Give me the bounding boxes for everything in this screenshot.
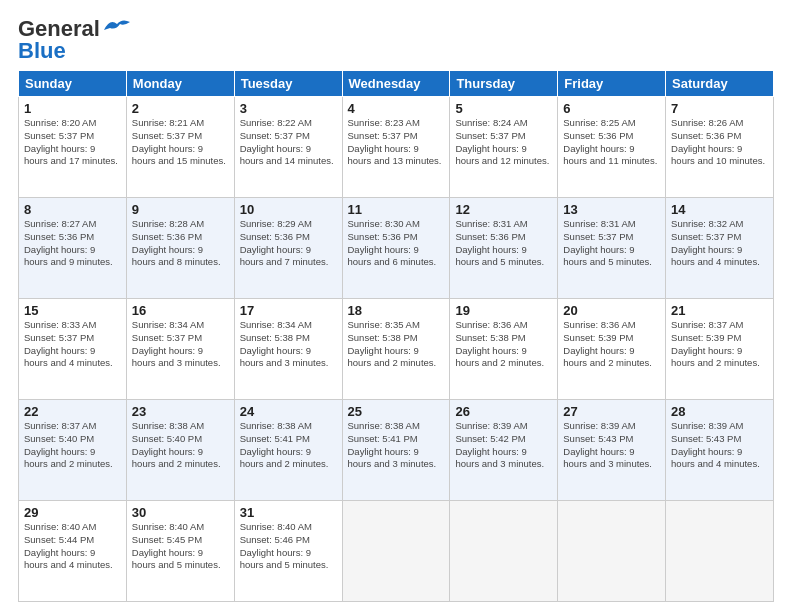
calendar-cell: 22Sunrise: 8:37 AMSunset: 5:40 PMDayligh…	[19, 400, 127, 501]
day-info: Sunrise: 8:31 AMSunset: 5:36 PMDaylight …	[455, 218, 544, 267]
calendar-cell	[558, 501, 666, 602]
day-number: 20	[563, 303, 660, 318]
day-info: Sunrise: 8:36 AMSunset: 5:39 PMDaylight …	[563, 319, 652, 368]
day-number: 5	[455, 101, 552, 116]
day-info: Sunrise: 8:39 AMSunset: 5:43 PMDaylight …	[671, 420, 760, 469]
day-number: 24	[240, 404, 337, 419]
day-number: 21	[671, 303, 768, 318]
weekday-header-monday: Monday	[126, 71, 234, 97]
calendar-cell: 31Sunrise: 8:40 AMSunset: 5:46 PMDayligh…	[234, 501, 342, 602]
calendar-cell: 8Sunrise: 8:27 AMSunset: 5:36 PMDaylight…	[19, 198, 127, 299]
weekday-header-saturday: Saturday	[666, 71, 774, 97]
calendar-cell: 12Sunrise: 8:31 AMSunset: 5:36 PMDayligh…	[450, 198, 558, 299]
calendar-cell	[342, 501, 450, 602]
weekday-header-tuesday: Tuesday	[234, 71, 342, 97]
day-number: 1	[24, 101, 121, 116]
calendar-cell: 24Sunrise: 8:38 AMSunset: 5:41 PMDayligh…	[234, 400, 342, 501]
day-number: 27	[563, 404, 660, 419]
calendar-cell: 3Sunrise: 8:22 AMSunset: 5:37 PMDaylight…	[234, 97, 342, 198]
weekday-header-row: SundayMondayTuesdayWednesdayThursdayFrid…	[19, 71, 774, 97]
calendar-table: SundayMondayTuesdayWednesdayThursdayFrid…	[18, 70, 774, 602]
day-number: 31	[240, 505, 337, 520]
day-number: 13	[563, 202, 660, 217]
logo: General Blue	[18, 18, 132, 62]
day-number: 11	[348, 202, 445, 217]
calendar-cell: 25Sunrise: 8:38 AMSunset: 5:41 PMDayligh…	[342, 400, 450, 501]
day-info: Sunrise: 8:28 AMSunset: 5:36 PMDaylight …	[132, 218, 221, 267]
page: General Blue SundayMondayTuesdayWednesda…	[0, 0, 792, 612]
calendar-cell: 13Sunrise: 8:31 AMSunset: 5:37 PMDayligh…	[558, 198, 666, 299]
day-number: 30	[132, 505, 229, 520]
calendar-cell: 28Sunrise: 8:39 AMSunset: 5:43 PMDayligh…	[666, 400, 774, 501]
calendar-cell	[450, 501, 558, 602]
day-info: Sunrise: 8:37 AMSunset: 5:40 PMDaylight …	[24, 420, 113, 469]
day-info: Sunrise: 8:29 AMSunset: 5:36 PMDaylight …	[240, 218, 329, 267]
day-number: 16	[132, 303, 229, 318]
day-number: 10	[240, 202, 337, 217]
day-number: 8	[24, 202, 121, 217]
day-number: 9	[132, 202, 229, 217]
day-number: 15	[24, 303, 121, 318]
calendar-cell: 17Sunrise: 8:34 AMSunset: 5:38 PMDayligh…	[234, 299, 342, 400]
day-number: 12	[455, 202, 552, 217]
day-info: Sunrise: 8:27 AMSunset: 5:36 PMDaylight …	[24, 218, 113, 267]
calendar-cell: 7Sunrise: 8:26 AMSunset: 5:36 PMDaylight…	[666, 97, 774, 198]
calendar-cell: 18Sunrise: 8:35 AMSunset: 5:38 PMDayligh…	[342, 299, 450, 400]
day-info: Sunrise: 8:39 AMSunset: 5:42 PMDaylight …	[455, 420, 544, 469]
day-info: Sunrise: 8:34 AMSunset: 5:37 PMDaylight …	[132, 319, 221, 368]
day-number: 4	[348, 101, 445, 116]
day-info: Sunrise: 8:21 AMSunset: 5:37 PMDaylight …	[132, 117, 226, 166]
day-info: Sunrise: 8:34 AMSunset: 5:38 PMDaylight …	[240, 319, 329, 368]
day-number: 18	[348, 303, 445, 318]
day-info: Sunrise: 8:31 AMSunset: 5:37 PMDaylight …	[563, 218, 652, 267]
day-info: Sunrise: 8:35 AMSunset: 5:38 PMDaylight …	[348, 319, 437, 368]
calendar-cell: 5Sunrise: 8:24 AMSunset: 5:37 PMDaylight…	[450, 97, 558, 198]
calendar-cell: 2Sunrise: 8:21 AMSunset: 5:37 PMDaylight…	[126, 97, 234, 198]
day-info: Sunrise: 8:38 AMSunset: 5:41 PMDaylight …	[240, 420, 329, 469]
calendar-cell: 16Sunrise: 8:34 AMSunset: 5:37 PMDayligh…	[126, 299, 234, 400]
day-info: Sunrise: 8:26 AMSunset: 5:36 PMDaylight …	[671, 117, 765, 166]
day-info: Sunrise: 8:40 AMSunset: 5:44 PMDaylight …	[24, 521, 113, 570]
day-number: 19	[455, 303, 552, 318]
day-info: Sunrise: 8:20 AMSunset: 5:37 PMDaylight …	[24, 117, 118, 166]
calendar-cell: 27Sunrise: 8:39 AMSunset: 5:43 PMDayligh…	[558, 400, 666, 501]
calendar-cell: 10Sunrise: 8:29 AMSunset: 5:36 PMDayligh…	[234, 198, 342, 299]
day-info: Sunrise: 8:38 AMSunset: 5:40 PMDaylight …	[132, 420, 221, 469]
day-number: 6	[563, 101, 660, 116]
day-number: 22	[24, 404, 121, 419]
day-number: 2	[132, 101, 229, 116]
week-row-4: 22Sunrise: 8:37 AMSunset: 5:40 PMDayligh…	[19, 400, 774, 501]
day-info: Sunrise: 8:32 AMSunset: 5:37 PMDaylight …	[671, 218, 760, 267]
calendar-cell: 6Sunrise: 8:25 AMSunset: 5:36 PMDaylight…	[558, 97, 666, 198]
day-number: 14	[671, 202, 768, 217]
day-number: 17	[240, 303, 337, 318]
logo-bird-icon	[102, 16, 132, 38]
weekday-header-thursday: Thursday	[450, 71, 558, 97]
week-row-3: 15Sunrise: 8:33 AMSunset: 5:37 PMDayligh…	[19, 299, 774, 400]
day-number: 25	[348, 404, 445, 419]
day-number: 28	[671, 404, 768, 419]
week-row-2: 8Sunrise: 8:27 AMSunset: 5:36 PMDaylight…	[19, 198, 774, 299]
day-number: 23	[132, 404, 229, 419]
weekday-header-wednesday: Wednesday	[342, 71, 450, 97]
day-number: 29	[24, 505, 121, 520]
calendar-cell: 15Sunrise: 8:33 AMSunset: 5:37 PMDayligh…	[19, 299, 127, 400]
day-info: Sunrise: 8:38 AMSunset: 5:41 PMDaylight …	[348, 420, 437, 469]
day-number: 3	[240, 101, 337, 116]
header: General Blue	[18, 18, 774, 62]
day-info: Sunrise: 8:23 AMSunset: 5:37 PMDaylight …	[348, 117, 442, 166]
day-info: Sunrise: 8:22 AMSunset: 5:37 PMDaylight …	[240, 117, 334, 166]
day-info: Sunrise: 8:33 AMSunset: 5:37 PMDaylight …	[24, 319, 113, 368]
calendar-cell: 11Sunrise: 8:30 AMSunset: 5:36 PMDayligh…	[342, 198, 450, 299]
calendar-cell: 30Sunrise: 8:40 AMSunset: 5:45 PMDayligh…	[126, 501, 234, 602]
calendar-cell: 4Sunrise: 8:23 AMSunset: 5:37 PMDaylight…	[342, 97, 450, 198]
calendar-cell: 29Sunrise: 8:40 AMSunset: 5:44 PMDayligh…	[19, 501, 127, 602]
calendar-cell: 1Sunrise: 8:20 AMSunset: 5:37 PMDaylight…	[19, 97, 127, 198]
logo-text: General	[18, 18, 100, 40]
weekday-header-friday: Friday	[558, 71, 666, 97]
weekday-header-sunday: Sunday	[19, 71, 127, 97]
day-info: Sunrise: 8:25 AMSunset: 5:36 PMDaylight …	[563, 117, 657, 166]
calendar-cell: 20Sunrise: 8:36 AMSunset: 5:39 PMDayligh…	[558, 299, 666, 400]
calendar-cell	[666, 501, 774, 602]
week-row-5: 29Sunrise: 8:40 AMSunset: 5:44 PMDayligh…	[19, 501, 774, 602]
